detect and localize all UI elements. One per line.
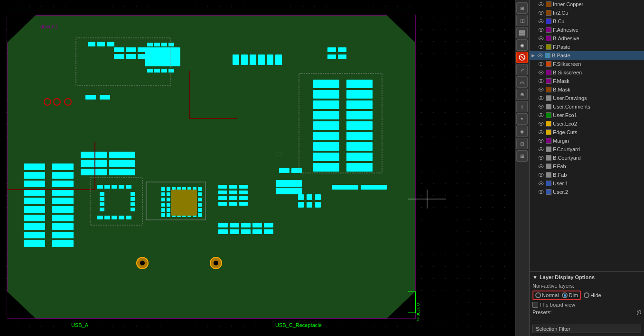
text-button[interactable]: T [516, 101, 528, 112]
dim-radio[interactable] [562, 292, 568, 298]
layer-item-bcourtyard[interactable]: B.Courtyard [530, 154, 644, 162]
svg-rect-187 [264, 223, 273, 227]
layer-eye-userdrawings[interactable] [538, 95, 544, 101]
layer-item-fmask[interactable]: F.Mask [530, 77, 644, 85]
layer-eye-edgecuts[interactable] [538, 129, 544, 136]
route-button[interactable]: ↗ [516, 64, 528, 75]
layer-item-edgecuts[interactable]: Edge.Cuts [530, 128, 644, 136]
layer-item-inner-copper[interactable]: Inner Copper [530, 0, 644, 9]
grid2-button[interactable]: ⊞ [516, 150, 528, 162]
layer-label-fmask: F.Mask [553, 78, 569, 84]
normal-option[interactable]: Normal [535, 292, 559, 298]
layer-item-badhesive[interactable]: B.Adhesive [530, 34, 644, 43]
svg-rect-166 [229, 196, 237, 200]
layer-item-bfab[interactable]: B.Fab [530, 171, 644, 179]
layer-item-margin[interactable]: Margin [530, 136, 644, 145]
layer-eye-bpaste[interactable] [537, 52, 543, 59]
pcb-canvas[interactable]: 0.1200 in Co USB_A USB_C_Receptacle deiv… [0, 0, 515, 336]
normal-label: Normal [542, 292, 559, 298]
layer-eye-fpaste[interactable] [538, 44, 544, 50]
delete-button[interactable]: ⊟ [516, 138, 528, 149]
drc-button[interactable] [516, 52, 528, 63]
svg-rect-173 [315, 194, 321, 200]
layer-item-usereco1[interactable]: User.Eco1 [530, 111, 644, 119]
layer-display-header[interactable]: ▼ Layer Display Options [532, 274, 641, 280]
svg-rect-26 [126, 47, 136, 52]
svg-rect-183 [218, 223, 228, 227]
layer-item-fcourtyard[interactable]: F.Courtyard [530, 145, 644, 154]
layer-eye-fmask[interactable] [538, 78, 544, 84]
layer-eye-margin[interactable] [538, 137, 544, 144]
target-button[interactable]: ⊕ [516, 89, 528, 100]
svg-text:Co: Co [275, 150, 284, 158]
net-inspector-button[interactable]: ◉ [516, 39, 528, 51]
hide-option[interactable]: Hide [584, 292, 601, 298]
svg-rect-75 [81, 152, 107, 158]
layer-color-bsilkscreen [546, 70, 551, 75]
layer-eye-user1[interactable] [538, 180, 544, 187]
layer-options-radio-group: Normal Dim [532, 291, 581, 300]
layer-item-fpaste[interactable]: F.Paste [530, 43, 644, 51]
layer-item-bcu[interactable]: B.Cu [530, 17, 644, 26]
svg-point-245 [541, 157, 542, 159]
layer-item-usercomments[interactable]: User.Comments [530, 102, 644, 111]
layer-label-edgecuts: Edge.Cuts [553, 129, 577, 135]
layer-eye-usereco2[interactable] [538, 120, 544, 127]
layer-eye-ffab[interactable] [538, 163, 544, 170]
grid-button[interactable]: ⊞ [516, 2, 528, 14]
presets-label: Presets: [532, 309, 551, 315]
layer-eye-bfab[interactable] [538, 172, 544, 178]
layer-eye-bmask[interactable] [538, 86, 544, 93]
layer-item-in2cu[interactable]: In2.Cu [530, 9, 644, 17]
layer-item-user1[interactable]: User.1 [530, 179, 644, 188]
svg-rect-114 [198, 192, 202, 196]
svg-rect-62 [107, 42, 114, 46]
selection-filter-button[interactable]: Selection Filter [532, 325, 641, 333]
layer-eye-bcourtyard[interactable] [538, 154, 544, 161]
svg-point-241 [541, 140, 542, 142]
layer-eye-bcu[interactable] [538, 18, 544, 25]
layer-eye-in2cu[interactable] [538, 9, 544, 16]
svg-rect-43 [346, 90, 373, 99]
dim-option[interactable]: Dim [562, 292, 578, 298]
svg-rect-84 [119, 185, 124, 189]
svg-point-249 [541, 174, 542, 176]
layers-button[interactable] [516, 27, 528, 38]
presets-count: (0 [636, 309, 641, 315]
layer-color-fpaste [546, 44, 551, 50]
layer-item-bsilkscreen[interactable]: B.Silkscreen [530, 68, 644, 77]
measure-button[interactable]: ⌖ [516, 113, 528, 125]
layer-eye-fadhesive[interactable] [538, 27, 544, 33]
zoom-button[interactable]: ◫ [516, 15, 528, 26]
layer-item-usereco2[interactable]: User.Eco2 [530, 119, 644, 128]
svg-rect-184 [230, 223, 239, 227]
layer-eye-usereco1[interactable] [538, 112, 544, 118]
layer-eye-fsilkscreen[interactable] [538, 61, 544, 67]
layer-eye-fcourtyard[interactable] [538, 146, 544, 153]
layer-item-bmask[interactable]: B.Mask [530, 85, 644, 94]
layer-item-user2[interactable]: User.2 [530, 188, 644, 196]
svg-rect-68 [258, 54, 265, 65]
layer-label-bpaste: B.Paste [552, 53, 570, 58]
normal-radio[interactable] [535, 292, 541, 298]
layer-eye-bsilkscreen[interactable] [538, 69, 544, 76]
layer-label-bcourtyard: B.Courtyard [553, 155, 581, 161]
layer-item-fsilkscreen[interactable]: F.Silkscreen [530, 60, 644, 68]
svg-rect-185 [241, 223, 251, 227]
svg-point-213 [541, 21, 542, 22]
point-button[interactable]: ◈ [516, 126, 528, 137]
hide-radio[interactable] [584, 292, 589, 298]
layer-eye-usercomments[interactable] [538, 103, 544, 110]
svg-rect-96 [131, 197, 135, 201]
layer-label-inner-copper: Inner Copper [553, 1, 583, 7]
arc-button[interactable] [516, 76, 528, 88]
layer-eye-user2[interactable] [538, 189, 544, 195]
layer-item-userdrawings[interactable]: User.Drawings [530, 94, 644, 102]
svg-rect-70 [275, 54, 282, 65]
layer-eye-inner-copper[interactable] [538, 1, 544, 8]
layer-item-bpaste[interactable]: ▶ B.Paste [530, 51, 644, 60]
layer-item-ffab[interactable]: F.Fab [530, 162, 644, 171]
layer-eye-badhesive[interactable] [538, 35, 544, 42]
layer-item-fadhesive[interactable]: F.Adhesive [530, 26, 644, 34]
flip-board-checkbox[interactable] [532, 302, 538, 308]
